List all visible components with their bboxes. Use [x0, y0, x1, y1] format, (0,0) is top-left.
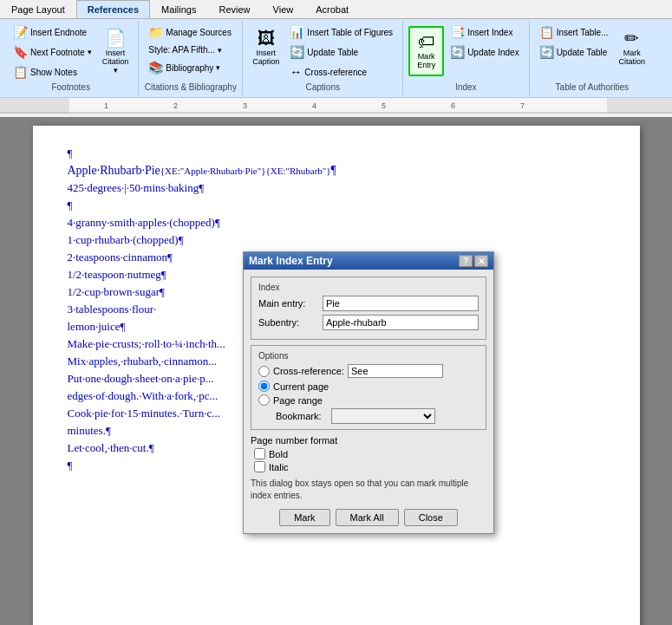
mark-all-button[interactable]: Mark All — [336, 509, 399, 526]
tab-review[interactable]: Review — [207, 0, 261, 18]
page-range-radio[interactable] — [258, 394, 270, 406]
index-col: 📑 Insert Index 🔄 Update Index — [446, 23, 524, 62]
authorities-col: 📋 Insert Table... 🔄 Update Table — [535, 23, 613, 62]
ribbon: Page Layout References Mailings Review V… — [0, 0, 672, 98]
next-footnote-button[interactable]: 🔖 Next Footnote ▾ — [9, 42, 96, 62]
show-notes-button[interactable]: 📋 Show Notes — [9, 62, 96, 81]
group-authorities: 📋 Insert Table... 🔄 Update Table ✏ MarkC… — [530, 21, 655, 95]
italic-checkbox[interactable] — [254, 461, 265, 472]
main-entry-row: Main entry: — [258, 296, 479, 311]
subentry-input[interactable] — [323, 315, 479, 330]
show-notes-icon: 📋 — [13, 65, 28, 79]
main-entry-input[interactable] — [323, 296, 479, 311]
close-dialog-btn[interactable]: Close — [404, 509, 458, 526]
manage-sources-icon: 📁 — [148, 25, 163, 39]
cross-reference-button[interactable]: ↔ Cross-reference — [285, 62, 397, 81]
bold-row: Bold — [254, 448, 486, 459]
table-figures-icon: 📊 — [290, 25, 304, 39]
dialog-title: Mark Index Entry — [249, 255, 333, 267]
cross-reference-row: Cross-reference: — [258, 364, 479, 378]
insert-endnote-button[interactable]: 📝 Insert Endnote — [9, 23, 96, 42]
update-table-captions-icon: 🔄 — [290, 45, 304, 59]
bold-label: Bold — [269, 449, 288, 459]
insert-index-button[interactable]: 📑 Insert Index — [446, 23, 524, 42]
endnote-icon: 📝 — [13, 25, 28, 39]
page-range-row: Page range — [258, 394, 479, 406]
svg-text:4: 4 — [312, 101, 316, 110]
dialog-buttons: Mark Mark All Close — [251, 509, 486, 526]
citation-icon: 📄 — [105, 29, 127, 47]
doc-line-0: ¶ — [68, 146, 605, 160]
tab-references[interactable]: References — [76, 0, 150, 18]
doc-line-2: 425·degrees·|·50·mins·baking¶ — [68, 181, 605, 195]
index-section: Index Main entry: Subentry: — [251, 277, 486, 340]
dialog-close-button[interactable]: ✕ — [474, 255, 488, 267]
ruler-svg: 1 2 3 4 5 6 7 — [0, 98, 672, 114]
update-table-auth-icon: 🔄 — [539, 45, 554, 59]
bibliography-button[interactable]: 📚 Bibliography ▾ — [144, 58, 236, 77]
insert-table-of-figures-button[interactable]: 📊 Insert Table of Figures — [285, 23, 397, 42]
footnotes-group-label: Footnotes — [3, 82, 138, 92]
current-page-radio[interactable] — [258, 381, 270, 392]
bibliography-icon: 📚 — [148, 61, 163, 75]
dropdown-arrow-icon: ▾ — [114, 66, 118, 75]
update-index-button[interactable]: 🔄 Update Index — [446, 42, 524, 62]
mark-index-entry-dialog: Mark Index Entry ? ✕ Index Main entry: S… — [243, 251, 494, 534]
dialog-titlebar-buttons: ? ✕ — [459, 255, 488, 267]
manage-sources-button[interactable]: 📁 Manage Sources — [144, 23, 236, 42]
insert-index-icon: 📑 — [450, 25, 465, 39]
mark-citation-button[interactable]: ✏ MarkCitation — [615, 26, 650, 69]
tab-page-layout[interactable]: Page Layout — [0, 0, 76, 18]
mark-citation-icon: ✏ — [624, 29, 639, 47]
tab-acrobat[interactable]: Acrobat — [304, 0, 360, 18]
svg-text:3: 3 — [243, 101, 247, 110]
update-table-auth-button[interactable]: 🔄 Update Table — [535, 42, 613, 62]
group-citations: 📁 Manage Sources Style: APA Fifth... ▾ 📚… — [139, 21, 243, 95]
cross-reference-radio[interactable] — [258, 366, 270, 377]
bold-checkbox[interactable] — [254, 448, 265, 459]
mark-entry-button[interactable]: 🏷 MarkEntry — [408, 26, 444, 76]
group-footnotes: 📝 Insert Endnote 🔖 Next Footnote ▾ 📋 Sho… — [3, 21, 139, 95]
dropdown-arrow-icon: ▾ — [218, 46, 222, 55]
mark-button[interactable]: Mark — [279, 509, 329, 526]
info-text: This dialog box stays open so that you c… — [251, 478, 486, 502]
index-section-label: Index — [258, 283, 479, 292]
cross-reference-label: Cross-reference: — [273, 366, 344, 376]
main-entry-label: Main entry: — [258, 298, 319, 309]
italic-label: Italic — [269, 462, 289, 472]
bookmark-select[interactable] — [331, 408, 435, 424]
svg-text:1: 1 — [104, 101, 108, 110]
captions-col: 📊 Insert Table of Figures 🔄 Update Table… — [285, 23, 397, 81]
ribbon-tabs: Page Layout References Mailings Review V… — [0, 0, 672, 19]
index-group-label: Index — [403, 82, 529, 92]
page-number-format-section: Page number format Bold Italic — [251, 435, 486, 472]
doc-line-3: ¶ — [68, 199, 605, 212]
bookmark-label: Bookmark: — [276, 411, 328, 421]
options-label: Options — [258, 351, 479, 361]
tab-mailings[interactable]: Mailings — [150, 0, 207, 18]
svg-text:2: 2 — [173, 101, 178, 110]
bookmark-row: Bookmark: — [276, 408, 479, 424]
insert-table-button[interactable]: 📋 Insert Table... — [535, 23, 613, 42]
cross-reference-input[interactable] — [348, 364, 443, 378]
insert-citation-button[interactable]: 📄 InsertCitation ▾ — [98, 26, 134, 78]
page-range-label: Page range — [273, 395, 323, 406]
dialog-titlebar: Mark Index Entry ? ✕ — [244, 252, 493, 270]
svg-rect-1 — [69, 98, 607, 114]
update-index-icon: 🔄 — [450, 45, 465, 59]
next-footnote-icon: 🔖 — [13, 45, 28, 59]
ruler: 1 2 3 4 5 6 7 — [0, 98, 672, 114]
tab-view[interactable]: View — [262, 0, 305, 18]
footnotes-col: 📝 Insert Endnote 🔖 Next Footnote ▾ 📋 Sho… — [9, 23, 96, 81]
dropdown-arrow-icon: ▾ — [216, 63, 220, 72]
insert-caption-button[interactable]: 🖼 InsertCaption — [248, 26, 284, 69]
citations-group-label: Citations & Bibliography — [139, 82, 242, 92]
dialog-body: Index Main entry: Subentry: Options Cros… — [244, 270, 493, 533]
svg-text:6: 6 — [451, 101, 455, 110]
update-table-captions-button[interactable]: 🔄 Update Table — [285, 42, 397, 62]
svg-text:7: 7 — [520, 101, 525, 110]
citations-col: 📁 Manage Sources Style: APA Fifth... ▾ 📚… — [144, 23, 236, 77]
dialog-help-button[interactable]: ? — [459, 255, 473, 267]
captions-group-label: Captions — [243, 82, 402, 92]
style-button[interactable]: Style: APA Fifth... ▾ — [144, 42, 236, 57]
